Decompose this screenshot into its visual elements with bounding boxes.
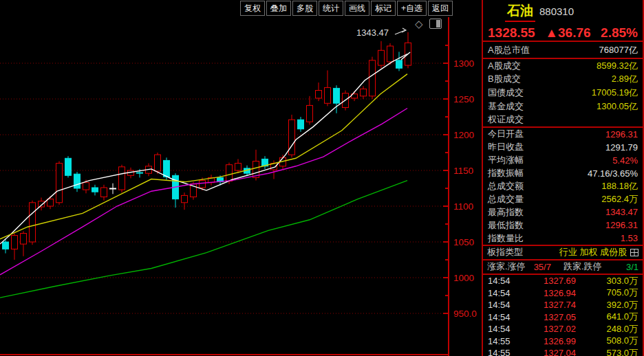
svg-text:1150: 1150 — [453, 166, 473, 176]
tick-row: 14:54 1327.69 303.0万 — [483, 275, 643, 287]
last-price: 1328.55 — [488, 25, 535, 41]
daily-stats-section: 今日开盘 1296.31 昨日收盘 1291.79 平均涨幅 5.42% 指数振… — [483, 126, 643, 245]
stat-value: 8599.32亿 — [597, 60, 638, 72]
tick-list[interactable]: 14:54 1327.69 303.0万 14:54 1326.94 705.0… — [483, 274, 643, 356]
stat-label: 最低指数 — [488, 219, 524, 232]
quote-header: 石油 880310 1328.55 ▲36.76 2.85% — [483, 0, 643, 41]
svg-text:950.0: 950.0 — [453, 309, 477, 319]
advance-decline-row: 涨家.涨停 35/7 跌家.跌停 3/1 — [483, 259, 643, 274]
tick-volume: 248.0万 — [576, 323, 638, 335]
stat-row: 基金成交 1300.05亿 — [483, 100, 643, 113]
stat-value: 768077亿 — [599, 44, 638, 56]
turnover-section: A股成交 8599.32亿 B股成交 2.89亿 国债成交 17005.19亿 … — [483, 59, 643, 126]
svg-text:1100: 1100 — [453, 201, 473, 212]
advancers-label: 涨家.涨停 — [487, 260, 526, 273]
stat-label: 国债成交 — [488, 87, 524, 99]
tick-row: 14:54 1327.02 248.0万 — [483, 323, 643, 335]
annotation-arrowhead — [402, 28, 406, 32]
stat-label: A股总市值 — [488, 44, 530, 56]
tick-row: 14:54 1326.94 705.0万 — [483, 287, 643, 299]
stat-value: 1343.47 — [605, 207, 638, 217]
gridlines — [0, 45, 449, 313]
svg-text:1300: 1300 — [453, 58, 474, 69]
svg-text:1000: 1000 — [453, 273, 474, 283]
stat-label: 总成交额 — [488, 180, 524, 192]
stat-row: 国债成交 17005.19亿 — [483, 86, 643, 100]
board-type-row: 板指类型 行业 加权 成份股 — [483, 245, 643, 259]
stat-row: 指数量比 1.53 — [483, 232, 643, 245]
stat-label: 今日开盘 — [488, 128, 524, 140]
price-chart-svg[interactable]: 1300125012001150110010501000950.0 — [0, 0, 482, 356]
tick-time: 14:54 — [488, 288, 522, 298]
toolbar-button[interactable]: 复权 — [240, 1, 265, 16]
tick-volume: 705.0万 — [576, 287, 638, 299]
stat-value: 1291.79 — [605, 142, 638, 153]
stat-value: 17005.19亿 — [592, 87, 638, 99]
tick-row: 14:55 1326.99 508.0万 — [483, 335, 643, 347]
annotation-arrow — [395, 30, 405, 34]
tick-volume: 641.0万 — [576, 311, 638, 323]
stat-label: 指数量比 — [488, 232, 524, 245]
stat-label: 昨日收盘 — [488, 141, 524, 153]
stat-row: 总成交量 2562.4万 — [483, 192, 643, 205]
tick-volume: 508.0万 — [576, 335, 638, 347]
board-type-options[interactable]: 行业 加权 成份股 — [559, 246, 627, 258]
high-price-annotation: 1343.47 — [356, 27, 389, 38]
stock-name: 石油 — [505, 2, 535, 22]
price-change: ▲36.76 — [545, 25, 590, 41]
stat-label: 最高指数 — [488, 206, 524, 219]
stat-label: 总成交量 — [488, 193, 524, 205]
market-cap-row: A股总市值 768077亿 — [483, 41, 643, 59]
svg-text:1050: 1050 — [453, 237, 474, 247]
tick-time: 14:55 — [488, 336, 522, 346]
tick-price: 1327.02 — [522, 324, 576, 334]
toolbar-button[interactable]: 标记 — [371, 1, 396, 16]
stat-value: 1300.05亿 — [597, 100, 638, 113]
candlestick-chart-area[interactable]: 1300125012001150110010501000950.0 复权 叠加 … — [0, 0, 482, 356]
toolbar-button[interactable]: 统计 — [319, 1, 343, 16]
stat-label: A股成交 — [488, 60, 521, 72]
tick-row: 14:55 1327.04 573.0万 — [483, 347, 643, 356]
decliners-label: 跌家.跌停 — [564, 260, 602, 273]
stat-row: 昨日收盘 1291.79 — [483, 141, 643, 154]
svg-text:1250: 1250 — [453, 94, 474, 104]
change-percent: 2.85% — [601, 25, 638, 41]
stat-value: 1296.31 — [605, 220, 638, 230]
toolbar-button[interactable]: 返回 — [428, 1, 453, 16]
tick-volume: 303.0万 — [576, 275, 638, 287]
tick-price: 1326.94 — [522, 288, 576, 298]
stat-row: B股成交 2.89亿 — [483, 73, 643, 87]
tick-price: 1326.99 — [522, 336, 576, 346]
board-type-values[interactable]: 行业 加权 成份股 — [559, 246, 638, 258]
tick-time: 14:54 — [488, 324, 522, 334]
constituents-grid-icon[interactable] — [630, 249, 638, 256]
stat-row: 权证成交 — [483, 113, 643, 126]
tick-volume: 392.0万 — [576, 299, 638, 311]
tick-price: 1327.05 — [522, 312, 576, 322]
toolbar-button[interactable]: 多股 — [292, 1, 317, 16]
stat-label: 平均涨幅 — [488, 154, 524, 166]
tick-volume: 573.0万 — [576, 347, 638, 356]
stat-value: 1.53 — [621, 233, 638, 243]
split-screen-icon[interactable] — [429, 19, 442, 29]
stat-row: 平均涨幅 5.42% — [483, 154, 643, 167]
board-type-label: 板指类型 — [487, 246, 523, 258]
diamond-marker-icon[interactable]: ◇ — [415, 19, 423, 29]
stat-value: 2562.4万 — [601, 193, 638, 205]
stat-label: 权证成交 — [488, 113, 524, 126]
toolbar-button[interactable]: +自选 — [397, 1, 427, 16]
stat-row: 最低指数 1296.31 — [483, 219, 643, 232]
stat-value: 1296.31 — [605, 129, 638, 140]
stat-label: 指数振幅 — [488, 167, 524, 179]
svg-text:1200: 1200 — [453, 130, 474, 140]
tick-price: 1327.04 — [522, 348, 576, 356]
decliners-value: 3/1 — [602, 262, 638, 272]
stat-value: 47.16/3.65% — [588, 168, 638, 179]
stat-row: 最高指数 1343.47 — [483, 205, 643, 219]
stock-code: 880310 — [539, 5, 574, 17]
stat-row: 今日开盘 1296.31 — [483, 128, 643, 141]
toolbar-button[interactable]: 叠加 — [266, 1, 291, 16]
toolbar-button[interactable]: 画线 — [345, 1, 369, 16]
ma-line-white — [0, 54, 407, 245]
stat-row: 总成交额 188.18亿 — [483, 180, 643, 193]
